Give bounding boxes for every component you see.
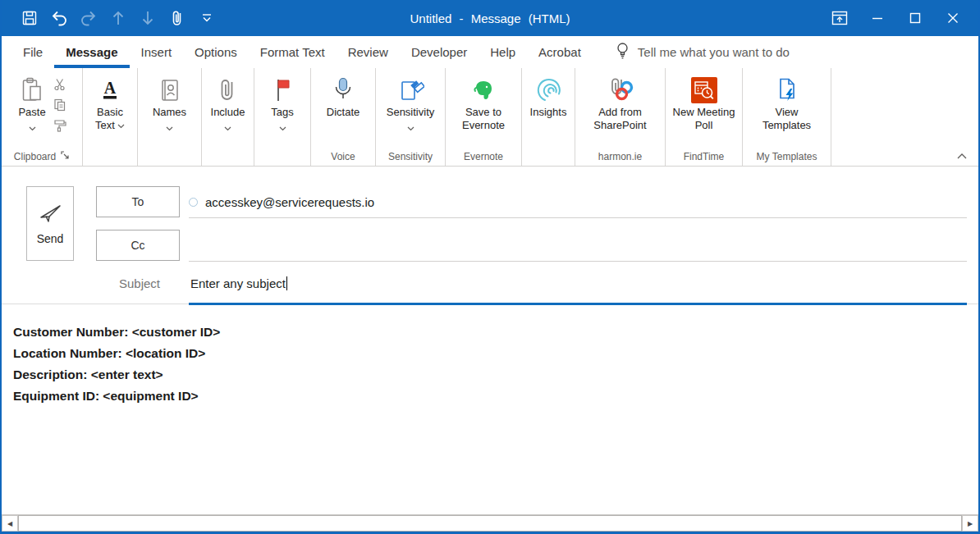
send-plane-icon [38, 202, 62, 226]
attach-file-icon[interactable] [163, 6, 192, 30]
group-clipboard: Paste [2, 68, 83, 166]
sensitivity-dropdown-icon[interactable] [407, 120, 414, 126]
send-button[interactable]: Send [26, 186, 74, 261]
tab-insert[interactable]: Insert [130, 36, 184, 68]
tab-review[interactable]: Review [337, 36, 400, 68]
group-harmonie: Add from SharePoint harmon.ie [575, 68, 666, 166]
view-templates-button[interactable]: View Templates [753, 73, 821, 134]
to-field[interactable]: accesskey@servicerequests.io [189, 186, 967, 218]
format-painter-icon[interactable] [51, 117, 69, 134]
subject-focus-underline [189, 303, 967, 305]
scroll-left-icon[interactable]: ◀ [2, 515, 18, 532]
paste-icon [19, 75, 45, 106]
group-evernote: Save to Evernote Evernote [446, 68, 522, 166]
cut-icon[interactable] [51, 76, 69, 93]
meeting-poll-label: New Meeting Poll [673, 106, 735, 131]
save-to-evernote-button[interactable]: Save to Evernote [455, 73, 512, 134]
minimize-icon[interactable] [859, 6, 896, 30]
paste-button[interactable]: Paste [15, 73, 48, 128]
tags-button[interactable]: Tags [268, 73, 297, 128]
horizontal-scrollbar[interactable]: ◀ ▶ [2, 514, 978, 532]
group-voice: Dictate Voice [311, 68, 376, 166]
copy-icon[interactable] [51, 97, 69, 113]
microphone-icon [330, 75, 356, 106]
ribbon-display-options-icon[interactable] [821, 6, 859, 30]
tell-me-box[interactable]: Tell me what you want to do [616, 36, 790, 68]
sensitivity-group-label: Sensitivity [388, 151, 433, 162]
presence-circle-icon [189, 198, 198, 207]
paste-label: Paste [18, 106, 45, 118]
lightbulb-icon [616, 42, 630, 62]
clipboard-group-label: Clipboard [14, 151, 56, 162]
new-meeting-poll-button[interactable]: New Meeting Poll [663, 73, 745, 134]
tab-message[interactable]: Message [54, 36, 129, 68]
group-tags: Tags [254, 68, 311, 166]
include-label: Include [211, 106, 245, 118]
names-dropdown-icon[interactable] [166, 120, 173, 126]
message-body[interactable]: Customer Number: <customer ID> Location … [2, 304, 978, 514]
compose-header: Send To Cc accesskey@servicerequests.io … [2, 167, 978, 304]
to-button[interactable]: To [96, 186, 180, 217]
group-my-templates: View Templates My Templates [743, 68, 831, 166]
evernote-group-label: Evernote [464, 151, 503, 162]
group-names: Names [138, 68, 202, 166]
sharepoint-label: Add from SharePoint [593, 106, 646, 131]
group-include: Include [202, 68, 254, 166]
findtime-group-label: FindTime [684, 151, 725, 162]
attach-include-icon [217, 75, 238, 106]
meeting-poll-icon [691, 75, 717, 106]
tab-file[interactable]: File [11, 36, 54, 68]
insights-label: Insights [530, 106, 567, 118]
tags-label: Tags [271, 106, 293, 118]
scroll-right-icon[interactable]: ▶ [962, 515, 978, 532]
tell-me-label: Tell me what you want to do [638, 45, 790, 59]
group-basic-text: A Basic Text [83, 68, 138, 166]
customize-quick-access-icon[interactable] [192, 6, 222, 30]
tab-format-text[interactable]: Format Text [249, 36, 337, 68]
tags-dropdown-icon[interactable] [279, 120, 286, 126]
names-button[interactable]: Names [149, 73, 190, 128]
cc-button-label: Cc [131, 239, 144, 252]
view-templates-label: View Templates [762, 106, 811, 131]
send-label: Send [37, 232, 64, 245]
clipboard-dialog-launcher-icon[interactable] [61, 151, 70, 162]
subject-text: Enter any subject [190, 276, 286, 290]
close-icon[interactable] [934, 6, 972, 30]
collapse-ribbon-icon[interactable] [957, 148, 967, 162]
outlook-message-window: Untitled - Message (HTML) File Message I… [0, 0, 980, 534]
redo-icon[interactable] [74, 6, 103, 30]
harmonie-group-label: harmon.ie [598, 151, 642, 162]
basic-text-button[interactable]: A Basic Text [87, 73, 133, 134]
body-line[interactable]: Equipment ID: <equipment ID> [13, 386, 967, 407]
body-line[interactable]: Description: <enter text> [13, 364, 967, 386]
subject-field[interactable]: Enter any subject [190, 276, 287, 290]
dictate-button[interactable]: Dictate [323, 73, 363, 121]
insights-button[interactable]: Insights [527, 73, 570, 121]
sharepoint-attach-icon [607, 75, 634, 106]
paste-dropdown-icon[interactable] [29, 120, 36, 126]
flag-icon [271, 75, 294, 106]
to-recipient[interactable]: accesskey@servicerequests.io [205, 195, 374, 209]
undo-icon[interactable] [44, 6, 74, 30]
cc-button[interactable]: Cc [96, 230, 180, 261]
maximize-icon[interactable] [896, 6, 934, 30]
scrollbar-thumb[interactable] [18, 515, 962, 532]
sensitivity-label: Sensitivity [387, 106, 435, 118]
save-icon[interactable] [15, 6, 44, 30]
include-button[interactable]: Include [208, 73, 249, 128]
move-down-icon[interactable] [133, 6, 163, 30]
tab-developer[interactable]: Developer [400, 36, 479, 68]
tab-help[interactable]: Help [479, 36, 527, 68]
cc-field[interactable] [189, 230, 967, 262]
sensitivity-icon [396, 75, 424, 106]
tab-options[interactable]: Options [183, 36, 249, 68]
subject-label: Subject [119, 276, 160, 290]
move-up-icon[interactable] [103, 6, 133, 30]
include-dropdown-icon[interactable] [224, 120, 231, 126]
tab-acrobat[interactable]: Acrobat [527, 36, 593, 68]
evernote-label: Save to Evernote [462, 106, 505, 131]
add-from-sharepoint-button[interactable]: Add from SharePoint [581, 73, 660, 134]
body-line[interactable]: Customer Number: <customer ID> [13, 322, 967, 343]
body-line[interactable]: Location Number: <location ID> [13, 343, 967, 364]
sensitivity-button[interactable]: Sensitivity [383, 73, 438, 128]
